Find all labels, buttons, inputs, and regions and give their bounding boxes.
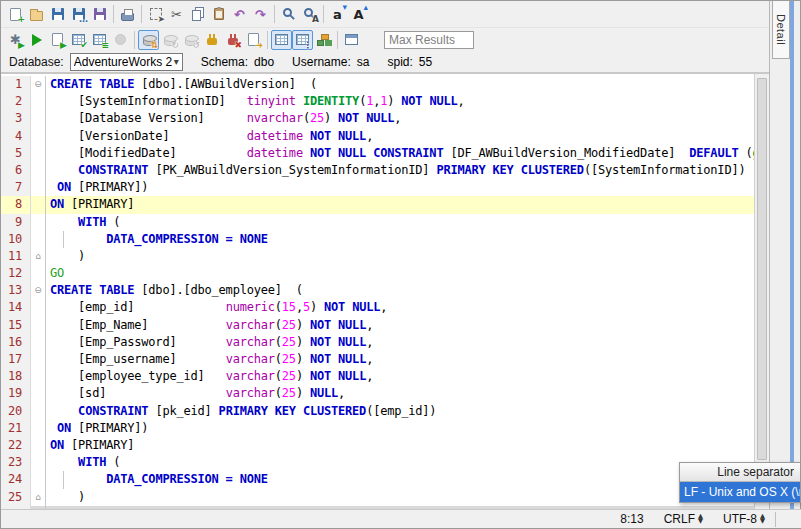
execute-current-button[interactable] [26,30,47,50]
autocommit-toggle-button[interactable]: ⇅ [138,30,159,50]
fold-gutter [31,110,46,127]
code-line-15[interactable]: 15 [Emp_Name] varchar(25) NOT NULL, [1,317,754,334]
to-uppercase-button[interactable]: A▴ [348,4,369,24]
code-line-21[interactable]: 21 ON [PRIMARY]) [1,420,754,437]
database-select[interactable]: AdventureWorks 2012 ▾ [70,53,183,71]
disconnect-button[interactable]: ✖ [222,30,243,50]
line-number: 19 [1,385,31,402]
code-line-2[interactable]: 2 [SystemInformationID] tinyint IDENTITY… [1,93,754,110]
encoding-selector[interactable]: UTF-8 ▲▼ [723,512,765,526]
popup-item-lf[interactable]: LF - Unix and OS X (\n) [680,482,800,502]
code-line-9[interactable]: 9 WITH ( [1,214,754,231]
execute-selected-button[interactable]: ▶ [47,30,68,50]
view-tree-button[interactable]: ⋮ [292,30,313,50]
save-as-button[interactable]: … [68,4,89,24]
fold-gutter [31,385,46,402]
line-separator-popup: Line separator LF - Unix and OS X (\n) [679,462,801,503]
find-button[interactable] [278,4,299,24]
execute-to-list-icon [93,34,106,45]
code-text: WITH ( [46,214,754,231]
paste-button[interactable] [208,4,229,24]
right-panel-strip: Detail [769,1,800,511]
code-text: CREATE TABLE [dbo].[AWBuildVersion] ( [46,76,754,93]
line-number: 17 [1,351,31,368]
sql-editor[interactable]: 1⊖CREATE TABLE [dbo].[AWBuildVersion] (2… [1,74,754,511]
code-line-19[interactable]: 19 [sd] varchar(25) NULL, [1,385,754,402]
code-text: [Database Version] nvarchar(25) NOT NULL… [46,110,754,127]
refresh-connection-button[interactable]: ➜ [243,30,264,50]
fold-start-icon[interactable]: ⊖ [31,282,46,299]
execute-to-table-button[interactable]: ✔ [68,30,89,50]
line-ending-selector[interactable]: CRLF ▲▼ [664,512,703,526]
status-bar: 8:13 CRLF ▲▼ UTF-8 ▲▼ [1,509,801,528]
disconnect-icon [228,38,238,45]
line-number: 21 [1,420,31,437]
code-line-5[interactable]: 5 [ModifiedDate] datetime NOT NULL CONST… [1,145,754,162]
toolbar-separator [113,5,114,23]
commit-button: ↻ [159,30,180,50]
find-replace-button[interactable]: A [299,4,320,24]
save-button[interactable] [47,4,68,24]
code-text: ON [PRIMARY] [46,437,754,454]
undo-button[interactable]: ↶ [229,4,250,24]
code-line-1[interactable]: 1⊖CREATE TABLE [dbo].[AWBuildVersion] ( [1,76,754,93]
fold-gutter [31,317,46,334]
code-line-14[interactable]: 14 [emp_id] numeric(15,5) NOT NULL, [1,299,754,316]
panel-splitter[interactable] [790,1,794,511]
code-line-3[interactable]: 3 [Database Version] nvarchar(25) NOT NU… [1,110,754,127]
execute-to-list-button[interactable]: ≡ [89,30,110,50]
fold-end-icon[interactable]: ⌂ [31,489,46,506]
code-line-20[interactable]: 20 CONSTRAINT [pk_eid] PRIMARY KEY CLUST… [1,403,754,420]
fold-end-icon[interactable]: ⌂ [31,248,46,265]
show-form-button[interactable] [341,30,362,50]
code-line-18[interactable]: 18 [employee_type_id] varchar(25) NOT NU… [1,368,754,385]
find-icon [283,8,292,17]
code-line-11[interactable]: 11⌂ ) [1,248,754,265]
save-all-button[interactable] [89,4,110,24]
detail-panel-tab[interactable]: Detail [772,1,790,59]
view-tree-icon [296,34,309,45]
code-text: GO [46,265,754,282]
open-file-button[interactable] [26,4,47,24]
code-line-12[interactable]: 12GO [1,265,754,282]
fold-start-icon[interactable]: ⊖ [31,76,46,93]
code-line-25[interactable]: 25⌂ ) [1,489,754,506]
print-button[interactable] [117,4,138,24]
line-number: 14 [1,299,31,316]
code-line-24[interactable]: 24 DATA_COMPRESSION = NONE [1,471,754,488]
copy-icon [192,10,201,21]
code-line-16[interactable]: 16 [Emp_Password] varchar(25) NOT NULL, [1,334,754,351]
line-number: 3 [1,110,31,127]
code-line-7[interactable]: 7 ON [PRIMARY]) [1,179,754,196]
cut-button[interactable]: ✂ [166,4,187,24]
code-text: [employee_type_id] varchar(25) NOT NULL, [46,368,754,385]
line-number: 22 [1,437,31,454]
vertical-scrollbar[interactable] [754,74,769,511]
view-data-grid-button[interactable] [271,30,292,50]
copy-button[interactable] [187,4,208,24]
code-line-6[interactable]: 6 CONSTRAINT [PK_AWBuildVersion_SystemIn… [1,162,754,179]
connect-button[interactable] [201,30,222,50]
code-line-10[interactable]: 10 DATA_COMPRESSION = NONE [1,231,754,248]
to-lowercase-button[interactable]: a▾ [327,4,348,24]
code-line-23[interactable]: 23 WITH ( [1,454,754,471]
code-line-13[interactable]: 13⊖CREATE TABLE [dbo].[dbo_employee] ( [1,282,754,299]
select-all-button[interactable]: ➤ [145,4,166,24]
autocommit-toggle-icon [143,37,155,46]
code-line-17[interactable]: 17 [Emp_username] varchar(25) NOT NULL, [1,351,754,368]
explain-plan-button[interactable] [313,30,334,50]
paste-icon [214,8,224,20]
code-line-22[interactable]: 22ON [PRIMARY] [1,437,754,454]
line-number: 8 [1,196,31,213]
code-line-4[interactable]: 4 [VersionDate] datetime NOT NULL, [1,128,754,145]
save-as-icon [73,8,85,20]
new-file-icon [10,8,21,21]
scrollbar-thumb[interactable] [757,78,767,460]
redo-button[interactable]: ↷ [250,4,271,24]
execute-all-button[interactable]: ✱▶ [5,30,26,50]
code-line-8[interactable]: 8ON [PRIMARY] [1,196,754,213]
fold-gutter [31,231,46,248]
max-results-input[interactable] [384,31,474,49]
line-number: 15 [1,317,31,334]
new-file-button[interactable]: + [5,4,26,24]
